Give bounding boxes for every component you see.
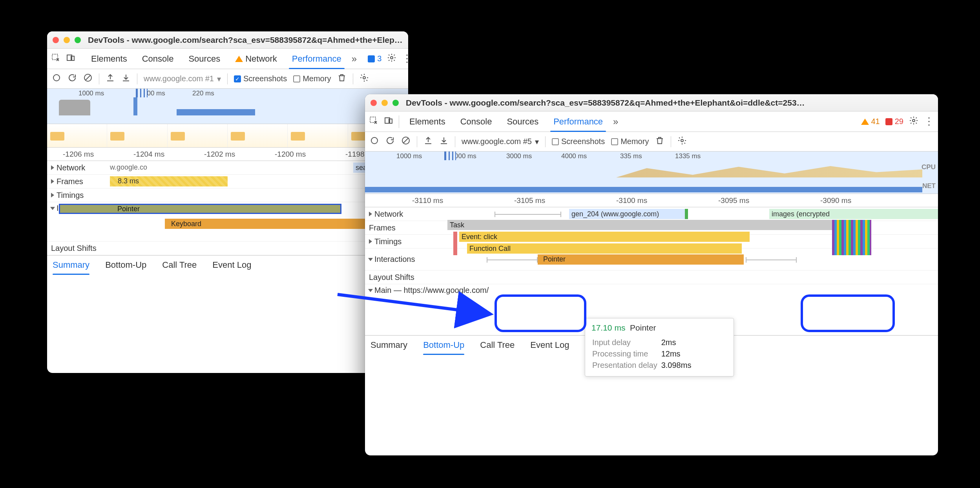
tab-elements[interactable]: Elements xyxy=(86,49,132,69)
track-frames[interactable]: Frames 8.3 ms xyxy=(47,175,408,188)
checkbox-icon xyxy=(552,138,559,145)
tab-eventlog[interactable]: Event Log xyxy=(212,260,251,270)
flame-task[interactable]: Task xyxy=(447,220,871,230)
tab-console[interactable]: Console xyxy=(137,49,179,69)
close-icon[interactable] xyxy=(370,100,377,106)
download-icon[interactable] xyxy=(439,136,449,147)
svg-point-3 xyxy=(391,57,393,59)
devtools-window-a: DevTools - www.google.com/search?sca_esv… xyxy=(47,31,408,373)
checkbox-icon xyxy=(611,138,618,145)
network-bar-2[interactable]: images (encrypted xyxy=(769,209,938,219)
more-tabs-icon[interactable]: » xyxy=(352,53,357,64)
tab-bottomup[interactable]: Bottom-Up xyxy=(105,260,146,270)
zoom-icon[interactable] xyxy=(392,100,399,106)
tracks-panel: Network w.google.co search (www Frames 8… xyxy=(47,161,408,255)
clear-icon[interactable] xyxy=(401,136,411,147)
tab-sources[interactable]: Sources xyxy=(184,49,225,69)
titlebar[interactable]: DevTools - www.google.com/search?sca_esv… xyxy=(47,31,408,49)
track-layout-shifts[interactable]: Layout Shifts xyxy=(47,241,408,255)
device-toggle-icon[interactable] xyxy=(384,116,393,128)
track-interactions[interactable]: Interactions Pointer Keyboard xyxy=(47,202,408,241)
download-icon[interactable] xyxy=(121,73,131,84)
trash-icon[interactable] xyxy=(337,73,347,84)
toolbar-gear-icon[interactable] xyxy=(677,136,687,147)
close-icon[interactable] xyxy=(53,37,59,43)
trash-icon[interactable] xyxy=(655,136,664,147)
svg-point-10 xyxy=(912,119,915,122)
checkbox-icon: ✓ xyxy=(234,75,241,82)
clear-icon[interactable] xyxy=(83,73,93,84)
kebab-icon[interactable]: ⋮ xyxy=(402,53,408,65)
time-ruler[interactable]: -3110 ms -3105 ms -3100 ms -3095 ms -309… xyxy=(365,194,938,207)
inspect-icon[interactable] xyxy=(51,53,60,65)
traffic-lights[interactable] xyxy=(53,37,81,43)
tab-console[interactable]: Console xyxy=(456,111,497,132)
tab-summary[interactable]: Summary xyxy=(53,260,89,270)
tab-network[interactable]: Network xyxy=(230,49,282,69)
tab-bottomup[interactable]: Bottom-Up xyxy=(423,340,464,350)
traffic-lights[interactable] xyxy=(370,100,399,106)
track-network[interactable]: Network w.google.co search (www xyxy=(47,161,408,175)
perf-toolbar: www.google.com #1 ▾ ✓Screenshots Memory xyxy=(47,69,408,89)
inspect-icon[interactable] xyxy=(369,116,378,128)
svg-point-13 xyxy=(681,139,683,142)
profile-selector[interactable]: www.google.com #1 ▾ xyxy=(144,74,221,84)
time-ruler[interactable]: -1206 ms -1204 ms -1202 ms -1200 ms -119… xyxy=(47,148,408,161)
upload-icon[interactable] xyxy=(423,136,433,147)
record-icon[interactable] xyxy=(52,73,61,84)
reload-icon[interactable] xyxy=(385,136,395,147)
memory-checkbox[interactable]: Memory xyxy=(293,74,331,83)
tab-calltree[interactable]: Call Tree xyxy=(480,340,515,350)
tab-performance[interactable]: Performance xyxy=(287,49,346,69)
track-layout-shifts[interactable]: Layout Shifts xyxy=(365,271,938,284)
zoom-icon[interactable] xyxy=(75,37,81,43)
overview-timeline[interactable]: 1000 ms 000 ms 220 ms xyxy=(47,89,408,124)
overview-timeline[interactable]: 1000 ms 000 ms 3000 ms 4000 ms 335 ms 13… xyxy=(365,152,938,194)
screenshots-checkbox[interactable]: Screenshots xyxy=(552,137,605,146)
titlebar[interactable]: DevTools - www.google.com/search?sca_esv… xyxy=(365,94,938,111)
track-network[interactable]: Network gen_204 (www.google.com) images … xyxy=(365,207,938,221)
record-icon[interactable] xyxy=(370,136,379,147)
device-toggle-icon[interactable] xyxy=(66,53,75,65)
screenshots-checkbox[interactable]: ✓Screenshots xyxy=(234,74,287,83)
gear-icon[interactable] xyxy=(909,116,918,128)
gear-icon[interactable] xyxy=(387,53,396,65)
devtools-window-b: DevTools - www.google.com/search?sca_esv… xyxy=(365,94,938,455)
tab-summary[interactable]: Summary xyxy=(370,340,407,350)
errors-badge[interactable]: 29 xyxy=(885,117,903,126)
network-bar[interactable]: gen_204 (www.google.com) xyxy=(569,209,687,219)
filmstrip[interactable] xyxy=(47,124,408,148)
tab-eventlog[interactable]: Event Log xyxy=(530,340,569,350)
reload-icon[interactable] xyxy=(68,73,77,84)
tracks-panel: Network gen_204 (www.google.com) images … xyxy=(365,207,938,335)
panel-tabs: Elements Console Sources Performance » 4… xyxy=(365,111,938,132)
svg-point-4 xyxy=(53,75,60,81)
more-tabs-icon[interactable]: » xyxy=(613,116,618,127)
minimize-icon[interactable] xyxy=(381,100,388,106)
interaction-tooltip: 17.10 ms Pointer Input delay2ms Processi… xyxy=(585,318,734,377)
tab-performance[interactable]: Performance xyxy=(549,111,608,132)
toolbar-gear-icon[interactable] xyxy=(360,73,369,84)
error-icon xyxy=(885,118,892,125)
memory-checkbox[interactable]: Memory xyxy=(611,137,649,146)
flame-event-click[interactable]: Event: click xyxy=(459,232,750,242)
issues-icon xyxy=(368,55,375,62)
warning-icon xyxy=(861,119,869,125)
upload-icon[interactable] xyxy=(106,73,115,84)
issues-badge[interactable]: 3 xyxy=(368,54,381,63)
kebab-icon[interactable]: ⋮ xyxy=(924,115,934,128)
tab-sources[interactable]: Sources xyxy=(502,111,543,132)
warning-icon xyxy=(235,56,243,62)
flame-function-call[interactable]: Function Call xyxy=(467,243,742,254)
track-timings[interactable]: Timings xyxy=(47,188,408,202)
panel-tabs: Elements Console Sources Network Perform… xyxy=(47,49,408,69)
detail-tabs: Summary Bottom-Up Call Tree Event Log xyxy=(47,255,408,274)
profile-selector[interactable]: www.google.com #5 ▾ xyxy=(462,137,539,146)
tab-calltree[interactable]: Call Tree xyxy=(162,260,197,270)
tab-elements[interactable]: Elements xyxy=(405,111,450,132)
interaction-pointer-bar[interactable]: Pointer xyxy=(59,204,341,214)
warnings-badge[interactable]: 41 xyxy=(861,117,880,126)
svg-point-6 xyxy=(363,77,365,79)
minimize-icon[interactable] xyxy=(64,37,70,43)
chevron-down-icon: ▾ xyxy=(217,74,221,84)
